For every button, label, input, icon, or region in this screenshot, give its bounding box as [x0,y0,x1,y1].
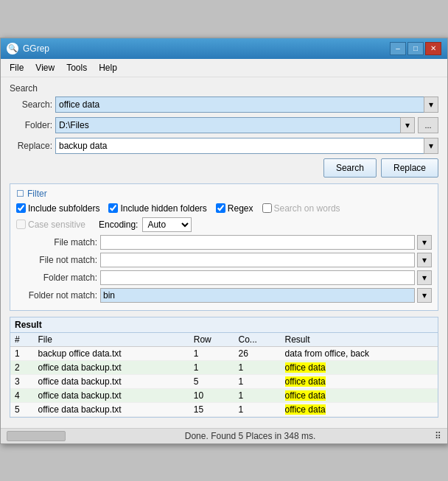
cell-result: office data [281,360,438,374]
cell-result: office data [281,388,438,402]
table-row[interactable]: 5 office data backup.txt 15 1 office dat… [10,402,438,416]
file-match-dropdown[interactable]: ▾ [417,235,432,250]
search-section-label: Search [10,83,438,94]
folder-combo: ▾ [55,117,415,133]
replace-input[interactable] [55,138,424,154]
table-row[interactable]: 1 backup office data.txt 1 26 data from … [10,346,438,360]
file-not-match-dropdown[interactable]: ▾ [417,253,432,267]
menu-bar: File View Tools Help [1,59,447,77]
cell-row: 5 [189,374,234,388]
cell-file: office data backup.txt [34,374,189,388]
result-text: data from office, back [285,348,370,359]
folder-input[interactable] [55,117,401,133]
include-subfolders-checkbox[interactable]: Include subfolders [16,203,99,214]
filter-title[interactable]: ☐ Filter [16,189,432,199]
cell-file: office data backup.txt [34,388,189,402]
replace-combo: ▾ [55,138,438,154]
col-num: # [10,333,34,347]
cell-col: 1 [234,360,281,374]
folder-match-input[interactable] [100,270,415,285]
resize-grip: ⠿ [435,431,441,441]
maximize-button[interactable]: □ [407,42,424,55]
result-title: Result [10,317,438,333]
search-combo: ▾ [55,96,438,113]
replace-row: Replace: ▾ [10,138,438,154]
folder-match-row: Folder match: ▾ [16,270,432,285]
col-row: Row [189,333,234,347]
title-buttons: – □ ✕ [390,42,441,55]
file-match-input[interactable] [100,235,415,250]
include-hidden-checkbox[interactable]: Include hidden folders [108,203,206,214]
replace-label: Replace: [10,141,52,151]
highlighted-result: office data [285,362,326,373]
status-message: Done. Found 5 Places in 348 ms. [185,431,315,441]
browse-button[interactable]: ... [418,117,438,133]
menu-help[interactable]: Help [93,60,123,75]
col-col: Co... [234,333,281,347]
folder-match-dropdown[interactable]: ▾ [417,270,432,285]
menu-tools[interactable]: Tools [60,60,93,75]
app-icon: 🔍 [7,43,18,55]
folder-not-match-label: Folder not match: [16,290,97,301]
minimize-button[interactable]: – [390,42,406,55]
cell-file: office data backup.txt [34,402,189,416]
search-label: Search: [10,99,52,110]
highlighted-result: office data [285,404,326,415]
title-bar-left: 🔍 GGrep [7,43,49,55]
result-table: # File Row Co... Result 1 backup office … [10,333,438,417]
file-not-match-row: File not match: ▾ [16,253,432,267]
status-bar: Done. Found 5 Places in 348 ms. ⠿ [1,428,447,443]
replace-button[interactable]: Replace [381,158,438,178]
cell-result: office data [281,374,438,388]
filter-collapse-icon: ☐ [16,189,24,199]
result-section: Result # File Row Co... Result 1 backup … [10,317,438,418]
menu-file[interactable]: File [4,60,29,75]
title-bar: 🔍 GGrep – □ ✕ [1,38,447,59]
cell-col: 26 [234,346,281,360]
search-on-words-checkbox[interactable]: Search on words [262,203,340,214]
cell-row: 15 [189,402,234,416]
folder-match-label: Folder match: [16,273,97,283]
cell-col: 1 [234,388,281,402]
highlighted-result: office data [285,390,326,401]
status-progress [7,431,66,441]
search-input[interactable] [55,96,424,113]
file-not-match-label: File not match: [16,255,97,265]
folder-dropdown-arrow[interactable]: ▾ [400,117,415,133]
table-row[interactable]: 2 office data backup.txt 1 1 office data [10,360,438,374]
cell-file: backup office data.txt [34,346,189,360]
filter-section: ☐ Filter Include subfolders Include hidd… [10,183,438,311]
case-sensitive-checkbox[interactable]: Case sensitive [16,220,85,230]
cell-result: office data [281,402,438,416]
cell-num: 4 [10,388,34,402]
main-window: 🔍 GGrep – □ ✕ File View Tools Help Searc… [0,38,448,444]
cell-result: data from office, back [281,346,438,360]
search-button[interactable]: Search [323,158,377,178]
folder-not-match-dropdown[interactable]: ▾ [417,288,432,303]
main-content: Search Search: ▾ Folder: ▾ ... Replace: … [1,77,447,428]
cell-num: 1 [10,346,34,360]
window-title: GGrep [23,43,49,54]
col-file: File [34,333,189,347]
file-match-label: File match: [16,237,97,247]
table-row[interactable]: 3 office data backup.txt 5 1 office data [10,374,438,388]
table-row[interactable]: 4 office data backup.txt 10 1 office dat… [10,388,438,402]
folder-label: Folder: [10,120,52,130]
file-match-row: File match: ▾ [16,235,432,250]
encoding-select[interactable]: Auto UTF-8 ASCII UTF-16 [142,217,192,232]
replace-dropdown-arrow[interactable]: ▾ [424,138,438,154]
close-button[interactable]: ✕ [425,42,441,55]
cell-file: office data backup.txt [34,360,189,374]
folder-row: Folder: ▾ ... [10,117,438,133]
col-result: Result [281,333,438,347]
regex-checkbox[interactable]: Regex [216,203,253,214]
folder-not-match-input[interactable] [100,288,415,303]
encoding-row: Case sensitive Encoding: Auto UTF-8 ASCI… [16,217,432,232]
cell-row: 10 [189,388,234,402]
action-buttons: Search Replace [10,158,438,178]
highlighted-result: office data [285,376,326,387]
cell-row: 1 [189,346,234,360]
file-not-match-input[interactable] [100,253,415,267]
search-dropdown-arrow[interactable]: ▾ [424,96,438,113]
menu-view[interactable]: View [29,60,60,75]
